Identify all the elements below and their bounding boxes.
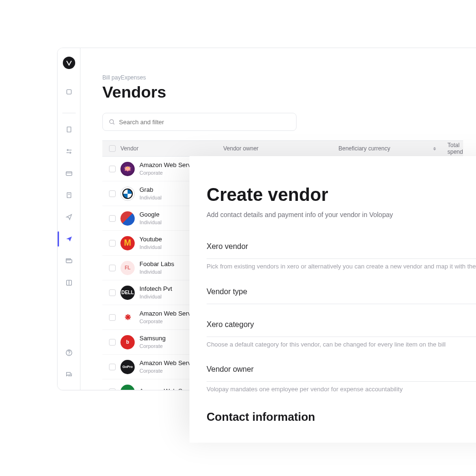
svg-rect-6 — [66, 172, 72, 176]
nav-dashboard[interactable] — [61, 86, 77, 98]
vendor-name: Samsung — [139, 335, 166, 343]
vendor-logo: DELL — [120, 286, 135, 300]
xero-vendor-desc: Pick from existing vendors in xero or al… — [207, 262, 476, 271]
vendor-type: Individual — [139, 268, 174, 275]
row-checkbox[interactable] — [109, 339, 116, 346]
vendor-logo — [120, 385, 135, 390]
row-checkbox[interactable] — [109, 190, 116, 197]
vendor-name: Youtube — [139, 236, 162, 244]
nav-library[interactable] — [61, 277, 77, 288]
svg-rect-11 — [66, 258, 70, 260]
vendor-info: Infotech Pvt Individual — [139, 285, 172, 300]
nav-chat-icon[interactable] — [61, 369, 77, 380]
vendor-info: Samsung Corporate — [139, 335, 166, 349]
row-checkbox[interactable] — [109, 265, 116, 271]
row-checkbox[interactable] — [109, 364, 116, 370]
svg-point-2 — [67, 149, 69, 151]
vendor-logo: b — [120, 335, 135, 349]
nav-reports[interactable] — [61, 124, 77, 135]
sidebar — [58, 48, 80, 390]
nav-settings[interactable] — [61, 146, 77, 157]
vendor-owner-desc: Volopay mandates one employee per vendor… — [207, 385, 476, 394]
svg-point-14 — [109, 119, 113, 123]
row-checkbox[interactable] — [109, 166, 116, 172]
vendor-logo: M — [120, 236, 135, 250]
search-box[interactable] — [102, 113, 297, 131]
nav-group — [58, 82, 80, 288]
vendor-cell: Google Individual — [120, 211, 161, 226]
col-spend-label[interactable]: Total spend — [441, 142, 463, 155]
vendor-type: Individual — [139, 244, 162, 250]
xero-vendor-label[interactable]: Xero vendor — [207, 242, 476, 259]
xero-category-label[interactable]: Xero category — [207, 320, 476, 337]
vendor-logo — [120, 187, 135, 201]
xero-category-desc: Choose a default category for this vendo… — [207, 340, 476, 349]
vendor-logo: ❋ — [120, 310, 135, 325]
vendor-cell: Grab Individual — [120, 186, 161, 201]
vendor-info: Youtube Individual — [139, 236, 162, 250]
vendor-logo — [120, 211, 135, 226]
svg-point-4 — [69, 152, 71, 153]
search-input[interactable] — [119, 119, 290, 126]
row-checkbox[interactable] — [109, 215, 116, 222]
vendor-name: Google — [139, 211, 161, 219]
page-title: Vendors — [102, 83, 463, 101]
row-checkbox[interactable] — [109, 289, 116, 296]
app-logo[interactable] — [63, 57, 75, 69]
nav-cards[interactable] — [61, 168, 77, 179]
svg-line-15 — [113, 123, 115, 125]
vendor-name: Grab — [139, 186, 161, 194]
svg-point-13 — [69, 354, 69, 355]
col-owner-label[interactable]: Vendor owner — [217, 145, 332, 152]
vendor-info: Foobar Labs Individual — [139, 260, 174, 275]
vendor-logo: GoPro — [120, 360, 135, 374]
svg-rect-0 — [67, 89, 71, 94]
vendor-type: Corporate — [139, 343, 166, 349]
vendor-info: Grab Individual — [139, 186, 161, 201]
vendor-type-label[interactable]: Vendor type — [207, 288, 476, 304]
row-checkbox[interactable] — [109, 240, 116, 247]
nav-bottom — [61, 347, 77, 380]
vendor-name: Infotech Pvt — [139, 285, 172, 293]
row-checkbox[interactable] — [109, 314, 116, 321]
vendor-cell: M Youtube Individual — [120, 236, 162, 250]
nav-help-icon[interactable] — [61, 347, 77, 358]
create-vendor-panel: Create vendor Add contact details and pa… — [189, 156, 476, 443]
panel-title: Create vendor — [207, 185, 476, 205]
col-vendor-label: Vendor — [120, 145, 139, 152]
vendor-name: Foobar Labs — [139, 260, 174, 268]
col-currency-label: Beneficiary currency — [338, 145, 390, 152]
vendor-logo: FL — [120, 261, 135, 275]
breadcrumb: Bill payExpenses — [102, 74, 463, 81]
vendor-type: Individual — [139, 194, 161, 201]
panel-subtitle: Add contact details and payment info of … — [207, 211, 476, 218]
nav-wallet[interactable] — [61, 255, 77, 267]
vendor-cell: FL Foobar Labs Individual — [120, 260, 174, 275]
nav-receipts[interactable] — [61, 189, 77, 201]
vendor-type: Individual — [139, 219, 161, 226]
vendor-info: Google Individual — [139, 211, 161, 226]
vendor-cell: b Samsung Corporate — [120, 335, 166, 349]
table-header: Vendor Vendor owner Beneficiary currency… — [102, 140, 463, 157]
row-checkbox[interactable] — [109, 388, 116, 390]
select-all-checkbox[interactable] — [109, 145, 116, 152]
contact-heading: Contact information — [207, 410, 476, 424]
vendor-owner-label[interactable]: Vendor owner — [207, 365, 476, 382]
nav-send[interactable] — [61, 211, 77, 223]
search-icon — [109, 119, 115, 125]
nav-divider — [62, 113, 76, 113]
vendor-type: Individual — [139, 293, 172, 300]
svg-rect-1 — [67, 127, 71, 132]
vendor-logo — [120, 162, 135, 176]
col-currency[interactable]: Beneficiary currency — [332, 145, 441, 152]
sort-icon[interactable] — [433, 147, 436, 150]
nav-vendors-active[interactable] — [61, 233, 77, 245]
vendor-cell: DELL Infotech Pvt Individual — [120, 285, 172, 300]
svg-rect-8 — [67, 193, 71, 198]
